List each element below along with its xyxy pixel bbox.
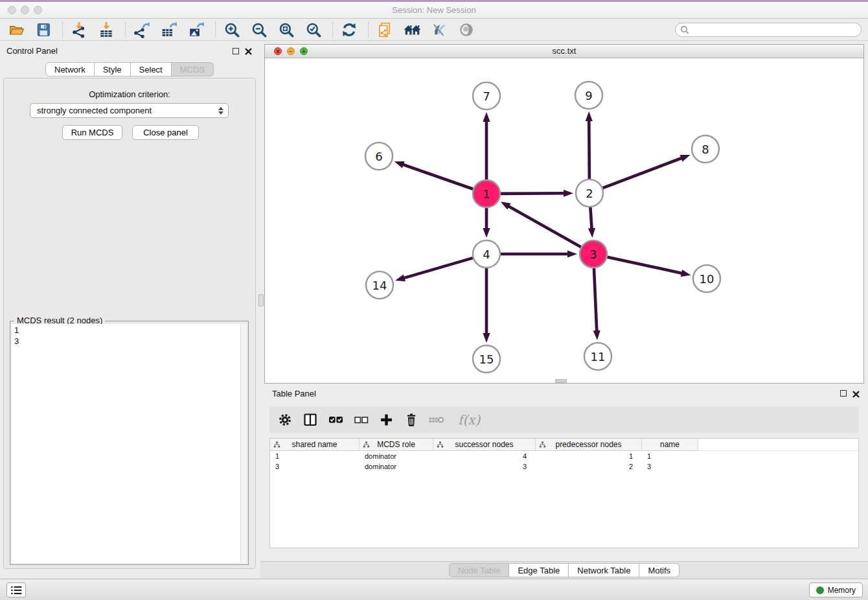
canvas-resize-handle[interactable] [555,379,567,383]
delete-button[interactable] [402,411,420,429]
graph-node-7[interactable]: 7 [473,82,500,110]
zoom-selected-button[interactable] [304,21,323,39]
column-header-predecessor-nodes[interactable]: predecessor nodes [536,439,642,451]
table-panel-float-icon[interactable] [840,390,847,397]
window-close-icon[interactable] [8,6,16,14]
column-header-successor-nodes[interactable]: successor nodes [433,439,536,451]
graph-node-1[interactable]: 1 [473,180,500,207]
header-filler [698,439,858,451]
table-cell[interactable]: dominator [360,461,433,472]
graph-edge-arrowhead [680,155,691,162]
graph-node-4[interactable]: 4 [473,240,500,268]
svg-text:4: 4 [483,248,490,261]
mcds-result-area[interactable]: 1 3 [12,324,247,563]
table-cell[interactable]: 3 [642,461,698,472]
main-toolbar [0,19,868,41]
control-panel-float-icon[interactable] [233,48,239,54]
graph-edge-2-9[interactable] [589,120,589,179]
delete-column-button[interactable] [428,411,446,429]
graph-edge-4-14[interactable] [403,258,472,278]
criterion-dropdown[interactable]: strongly connected component [30,103,229,118]
graph-edge-3-1[interactable] [508,206,581,248]
table-settings-button[interactable] [276,411,294,429]
task-history-button[interactable] [6,583,26,597]
network-window-titlebar[interactable]: scc.txt [265,45,863,58]
net-zoom-icon[interactable] [300,47,308,55]
table-panel-close-icon[interactable] [852,389,860,401]
search-input[interactable] [692,25,861,35]
export-table-button[interactable] [159,21,179,39]
graph-node-15[interactable]: 15 [473,345,500,373]
graph-edge-3-10[interactable] [607,257,682,273]
tab-network-table[interactable]: Network Table [569,563,639,577]
tab-node-table[interactable]: Node Table [449,563,510,577]
delete-column-icon [428,412,445,428]
window-zoom-icon[interactable] [34,6,42,14]
network-canvas[interactable]: 7968124314101511 [265,58,863,383]
open-button[interactable] [6,21,26,39]
table-row[interactable]: 3dominator323 [270,461,858,472]
graph-node-6[interactable]: 6 [365,143,393,170]
splitter-handle[interactable] [258,294,264,306]
table-cell[interactable]: 2 [536,461,642,472]
graph-node-14[interactable]: 14 [366,271,393,299]
toolbar-separator [368,22,369,38]
tab-motifs[interactable]: Motifs [639,563,680,577]
save-button[interactable] [34,21,53,39]
zoom-fit-button[interactable] [277,21,296,39]
graph-node-9[interactable]: 9 [575,82,602,109]
function-builder-button[interactable]: f(x) [453,411,481,429]
import-network-button[interactable] [69,21,89,39]
visibility-button[interactable] [457,21,476,39]
import-table-button[interactable] [97,21,116,39]
add-column-button[interactable] [377,411,395,429]
export-network-button[interactable] [132,21,152,39]
graph-edge-1-6[interactable] [402,165,473,189]
refresh-button[interactable] [339,21,359,39]
table-cell[interactable]: 1 [536,451,642,461]
graph-node-10[interactable]: 10 [693,265,720,292]
column-header-shared-name[interactable]: shared name [270,439,360,451]
tab-select[interactable]: Select [131,62,172,76]
table-cell[interactable]: dominator [360,451,433,461]
window-minimize-icon[interactable] [21,6,29,14]
net-minimize-icon[interactable] [287,47,295,55]
deselect-all-button[interactable] [352,411,370,429]
zoom-in-button[interactable] [222,21,242,39]
graph-edge-2-8[interactable] [603,157,683,188]
close-panel-button[interactable]: Close panel [132,125,199,140]
clone-network-button[interactable] [375,21,394,39]
tab-style[interactable]: Style [95,62,131,76]
home-button[interactable] [402,21,422,39]
net-close-icon[interactable] [274,47,282,55]
run-mcds-button[interactable]: Run MCDS [62,125,122,140]
control-panel-body: Optimization criterion: strongly connect… [3,78,256,569]
column-header-mcds-role[interactable]: MCDS role [360,439,433,451]
graph-edge-1-2[interactable] [501,193,565,194]
table-cell[interactable]: 3 [433,461,536,472]
search-box[interactable] [675,23,862,37]
control-panel-close-icon[interactable] [244,47,253,58]
table-cell[interactable]: 1 [270,451,360,461]
table-cell[interactable]: 3 [270,461,360,472]
tab-network[interactable]: Network [45,62,95,76]
graph-node-8[interactable]: 8 [692,135,719,163]
tab-mcds[interactable]: MCDS [172,62,214,76]
style-button[interactable] [429,21,449,39]
tab-edge-table[interactable]: Edge Table [509,563,569,577]
show-columns-button[interactable] [301,411,319,429]
select-all-button[interactable] [326,411,345,429]
graph-edge-2-3[interactable] [590,207,591,229]
zoom-out-button[interactable] [249,21,269,39]
table-cell[interactable]: 4 [433,451,536,461]
graph-node-11[interactable]: 11 [584,343,611,370]
table-row[interactable]: 1dominator411 [270,451,858,461]
result-scrollbar[interactable] [240,324,247,563]
graph-node-3[interactable]: 3 [580,240,607,268]
table-cell[interactable]: 1 [642,451,698,461]
graph-edge-3-11[interactable] [594,268,597,332]
column-header-name[interactable]: name [642,439,698,451]
export-image-button[interactable] [187,21,206,39]
graph-node-2[interactable]: 2 [576,179,603,207]
memory-button[interactable]: Memory [809,583,863,597]
